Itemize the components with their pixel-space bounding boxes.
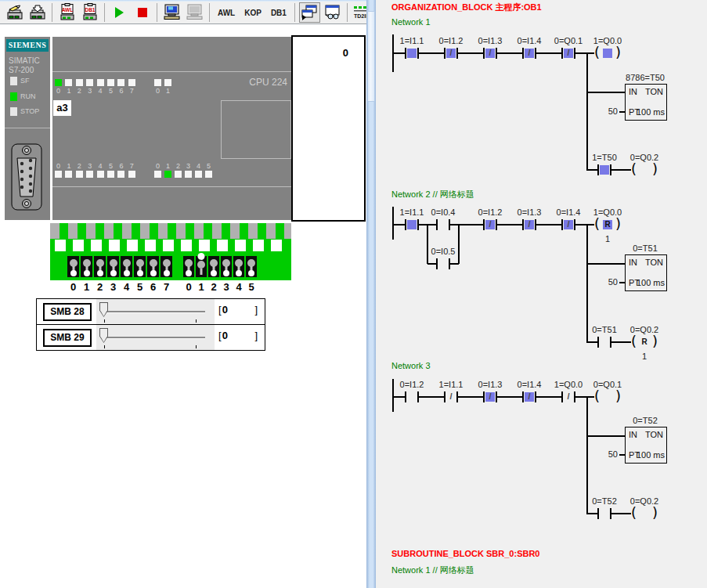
coil-paren-right: ) bbox=[652, 505, 658, 521]
coil-label: 0=Q0.2 bbox=[619, 153, 669, 162]
switch-knob bbox=[197, 261, 205, 269]
switch-knob bbox=[137, 270, 143, 276]
stop-icon bbox=[138, 8, 147, 17]
ladder-contact: / bbox=[483, 219, 497, 230]
vertical-scrollbar[interactable] bbox=[366, 0, 376, 588]
timer-box-text: TON bbox=[645, 430, 663, 439]
timer-box: INTONPT100 ms bbox=[625, 84, 667, 121]
s7-200-simulator-window: { "colors": { "accent_blue": "#7878e6", … bbox=[0, 0, 707, 588]
cascade-windows-button[interactable] bbox=[299, 2, 320, 23]
status-led-sf bbox=[10, 77, 17, 85]
run-button[interactable] bbox=[109, 2, 130, 23]
contact-power-fill bbox=[407, 49, 417, 58]
stop-button[interactable] bbox=[132, 2, 153, 23]
ladder-block-title: SUBROUTINE_BLOCK SBR_0:SBR0 bbox=[391, 549, 539, 558]
ladder-contact bbox=[405, 391, 419, 402]
input-led bbox=[107, 171, 114, 178]
switch-knob bbox=[150, 270, 157, 276]
input-led-label: 3 bbox=[185, 162, 192, 170]
svg-text:TD2II: TD2II bbox=[354, 13, 367, 19]
pc-online-button[interactable] bbox=[161, 2, 182, 23]
load-program-button[interactable] bbox=[27, 2, 48, 23]
ladder-contact: / bbox=[522, 219, 536, 230]
toolbar-separator bbox=[347, 3, 348, 22]
slider-track[interactable] bbox=[106, 311, 205, 313]
ladder-contact bbox=[597, 337, 611, 348]
coil-label: 0=Q0.1 bbox=[583, 380, 633, 389]
ladder-contact: / bbox=[522, 48, 536, 59]
input-switch-1-2[interactable] bbox=[208, 256, 219, 277]
ladder-diagram: ORGANIZATION_BLOCK 主程序:OB1Network 1Netwo… bbox=[376, 0, 707, 588]
simatic-label: SIMATIC bbox=[9, 56, 40, 65]
input-switch-1-0[interactable] bbox=[183, 256, 194, 277]
timer-box: INTONPT100 ms bbox=[625, 427, 667, 464]
ladder-wire bbox=[587, 435, 625, 437]
status-led-label: STOP bbox=[20, 107, 39, 116]
input-led-label: 0 bbox=[55, 162, 62, 170]
status-led-label: RUN bbox=[20, 92, 36, 101]
input-switch-0-3[interactable] bbox=[107, 256, 119, 277]
input-switch-1-5[interactable] bbox=[246, 256, 257, 277]
contact-power-fill bbox=[600, 165, 609, 175]
awl-view-button[interactable]: AWL bbox=[213, 9, 240, 17]
input-led bbox=[76, 171, 83, 178]
watch-window-button[interactable] bbox=[322, 2, 343, 23]
play-icon bbox=[115, 7, 124, 18]
status-led-run bbox=[10, 92, 17, 101]
ladder-contact: / bbox=[483, 391, 497, 402]
output-led bbox=[86, 79, 93, 86]
ladder-network-title: Network 1 bbox=[391, 17, 431, 27]
input-led bbox=[86, 171, 93, 178]
switch-knob bbox=[97, 270, 103, 276]
contact-label: 0=I0.5 bbox=[418, 247, 468, 256]
coil-label: 1=Q0.0 bbox=[583, 36, 633, 45]
ladder-coil: () bbox=[631, 163, 658, 177]
ladder-coil: ()R bbox=[631, 335, 658, 349]
input-switch-0-6[interactable] bbox=[147, 256, 159, 277]
input-switch-0-0[interactable] bbox=[67, 256, 79, 277]
station-tag: a3 bbox=[53, 100, 71, 116]
slider-address-label: SMB 29 bbox=[43, 329, 92, 347]
slider-thumb[interactable] bbox=[99, 328, 108, 343]
input-switch-1-3[interactable] bbox=[221, 256, 232, 277]
ladder-contact bbox=[597, 164, 611, 175]
contact-nc-slash: / bbox=[522, 48, 536, 59]
db1-view-button[interactable]: DB1 bbox=[266, 9, 291, 17]
view-db1-block-button[interactable]: DB1 bbox=[79, 2, 100, 23]
coil-paren-left: ( bbox=[631, 161, 637, 177]
input-switch-0-5[interactable] bbox=[134, 256, 146, 277]
edit-program-icon bbox=[5, 3, 25, 22]
contact-nc-slash: / bbox=[483, 48, 497, 59]
input-switch-0-2[interactable] bbox=[94, 256, 106, 277]
switch-knob bbox=[223, 270, 229, 276]
slider-value: 0 bbox=[218, 304, 258, 316]
edit-program-button[interactable] bbox=[4, 2, 25, 23]
slider-thumb[interactable] bbox=[99, 302, 108, 317]
input-switch-1-1[interactable] bbox=[196, 256, 207, 277]
panel-divider bbox=[5, 128, 50, 128]
switch-knob bbox=[186, 270, 192, 276]
input-switch-0-4[interactable] bbox=[121, 256, 132, 277]
siemens-logo: SIEMENS bbox=[6, 39, 49, 52]
timer-box-text: 100 ms bbox=[637, 450, 665, 460]
contact-nc-slash: / bbox=[483, 391, 497, 402]
smb-sliders: SMB 280SMB 290 bbox=[36, 298, 265, 351]
ladder-contact bbox=[405, 48, 419, 59]
ladder-contact: / bbox=[561, 391, 575, 402]
kop-view-button[interactable]: KOP bbox=[240, 9, 266, 17]
output-led-label: 2 bbox=[76, 87, 83, 95]
scrollbar-thumb[interactable] bbox=[367, 11, 375, 102]
output-led-label: 1 bbox=[65, 87, 72, 95]
computer-online-icon bbox=[163, 4, 182, 21]
view-awl-block-button[interactable]: AWL bbox=[56, 2, 78, 23]
timer-preset-value: 50 bbox=[604, 277, 618, 287]
plc-main-panel: CPU 224 a3 0123456701 01234567012345 bbox=[52, 37, 291, 220]
slider-track[interactable] bbox=[106, 337, 205, 339]
input-switch-1-4[interactable] bbox=[233, 256, 244, 277]
input-switch-0-1[interactable] bbox=[81, 256, 92, 277]
pc-offline-button[interactable] bbox=[184, 2, 205, 23]
input-switch-0-7[interactable] bbox=[161, 256, 172, 277]
input-led-label: 4 bbox=[97, 162, 104, 170]
ladder-wire bbox=[587, 92, 625, 93]
panel-divider bbox=[52, 186, 291, 187]
